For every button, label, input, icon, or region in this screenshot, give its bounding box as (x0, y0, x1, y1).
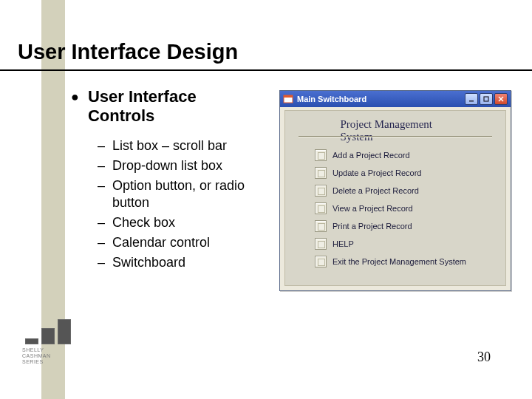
bullet-dot-icon: ● (71, 87, 79, 106)
slide: User Interface Design ● User Interface C… (0, 0, 532, 399)
logo-bar-icon (41, 328, 55, 344)
close-button[interactable] (494, 93, 508, 105)
sub-bullet-list: – List box – scroll bar – Drop-down list… (98, 137, 275, 274)
series-logo: SHELLY CASHMAN SERIES (22, 310, 75, 365)
menu-item[interactable]: Update a Project Record (315, 164, 492, 182)
bullet-heading-line2: Controls (88, 106, 197, 126)
dash-icon: – (98, 157, 105, 174)
menu-button-icon[interactable] (315, 220, 327, 232)
svg-rect-2 (469, 100, 474, 102)
menu-item[interactable]: Exit the Project Management System (315, 253, 492, 270)
logo-line: CASHMAN (22, 353, 75, 359)
svg-rect-1 (284, 95, 293, 98)
logo-bar-icon (58, 319, 71, 344)
menu-button-icon[interactable] (315, 256, 327, 267)
logo-text: SHELLY CASHMAN SERIES (22, 347, 75, 365)
menu-item[interactable]: Add a Project Record (315, 146, 492, 164)
page-number: 30 (477, 349, 491, 365)
menu-button-icon[interactable] (315, 167, 327, 179)
logo-line: SHELLY (22, 347, 75, 353)
title-underline (0, 69, 532, 71)
list-item: – Drop-down list box (98, 157, 275, 174)
window-title: Main Switchboard (297, 95, 465, 103)
dash-icon: – (98, 234, 105, 251)
menu-button-icon[interactable] (315, 202, 327, 214)
menu-item-label: Add a Project Record (332, 151, 410, 160)
menu-button-icon[interactable] (315, 185, 327, 197)
menu-item-label: Exit the Project Management System (332, 257, 466, 266)
menu-item[interactable]: Print a Project Record (315, 217, 492, 235)
logo-bar-icon (25, 338, 38, 344)
menu-item-label: HELP (332, 239, 354, 248)
switchboard-window: Main Switchboard Project Management Syst… (279, 90, 511, 291)
list-item: – Check box (98, 214, 275, 231)
sub-item-label: Switchboard (112, 254, 185, 271)
window-titlebar: Main Switchboard (280, 91, 511, 107)
dash-icon: – (98, 177, 105, 194)
menu-item-label: Delete a Project Record (332, 186, 419, 195)
menu-item-label: Update a Project Record (332, 168, 421, 177)
window-buttons (465, 93, 508, 105)
switchboard-menu: Add a Project Record Update a Project Re… (315, 146, 492, 270)
logo-line: SERIES (22, 359, 75, 365)
sub-item-label: Check box (112, 214, 175, 231)
menu-item[interactable]: View a Project Record (315, 200, 492, 217)
menu-item[interactable]: Delete a Project Record (315, 182, 492, 200)
list-item: – Switchboard (98, 254, 275, 271)
minimize-button[interactable] (465, 93, 478, 105)
bullet-heading: ● User Interface Controls (71, 87, 263, 126)
sub-item-label: Drop-down list box (112, 157, 222, 174)
dash-icon: – (98, 254, 105, 271)
list-item: – Option button, or radio button (98, 177, 275, 211)
window-body: Project Management System Add a Project … (284, 110, 506, 286)
menu-button-icon[interactable] (315, 149, 327, 161)
menu-item[interactable]: HELP (315, 235, 492, 253)
dash-icon: – (98, 214, 105, 231)
list-item: – List box – scroll bar (98, 137, 275, 154)
sub-item-label: List box – scroll bar (112, 137, 227, 154)
sub-item-label: Option button, or radio button (112, 177, 275, 211)
bullet-heading-line1: User Interface (88, 87, 197, 106)
menu-button-icon[interactable] (315, 238, 327, 250)
panel-title: Project Management System (341, 118, 451, 143)
menu-item-label: View a Project Record (332, 204, 413, 213)
sub-item-label: Calendar control (112, 234, 210, 251)
dash-icon: – (98, 137, 105, 154)
menu-item-label: Print a Project Record (332, 222, 412, 231)
slide-title: User Interface Design (18, 40, 238, 64)
app-icon (283, 94, 293, 104)
panel-divider (299, 136, 492, 137)
svg-rect-3 (484, 97, 488, 101)
list-item: – Calendar control (98, 234, 275, 251)
maximize-button[interactable] (480, 93, 493, 105)
